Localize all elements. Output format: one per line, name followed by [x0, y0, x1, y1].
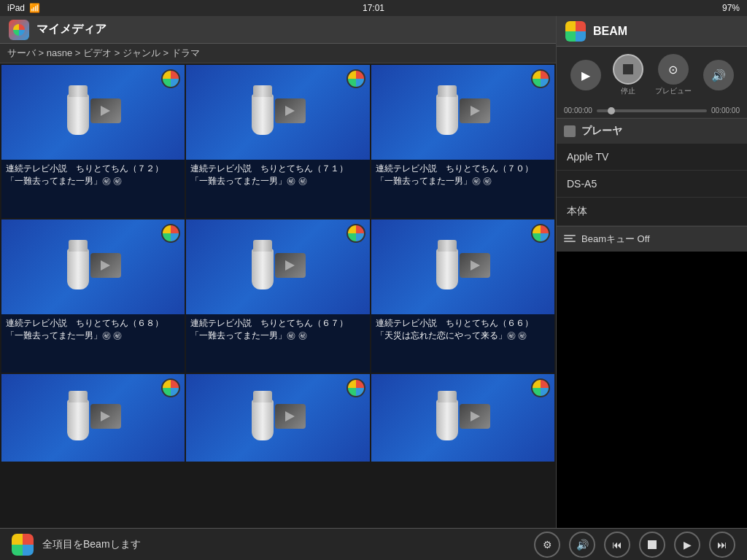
thumbnail-1: [1, 65, 185, 160]
volume-icon: 🔊: [711, 69, 726, 82]
search-icon: ⊙: [668, 63, 678, 77]
beam-badge-3: [531, 69, 550, 88]
play-icon: ▶: [581, 69, 590, 82]
stop-icon: [623, 64, 633, 74]
beam-logo: [565, 21, 586, 42]
thumbnail-3: [371, 65, 554, 160]
beam-queue-label: Beamキュー Off: [581, 233, 650, 246]
usb-drive-icon-8: [249, 392, 307, 443]
grid-area: 連続テレビ小説 ちりとてちん（７２）「一難去ってまた一男」㊙ ㊙: [0, 63, 556, 528]
toolbar-volume-button[interactable]: 🔊: [569, 532, 595, 558]
progress-thumb: [608, 107, 615, 114]
player-section-title: プレーヤ: [581, 125, 622, 138]
grid-item-8[interactable]: [186, 374, 369, 462]
wifi-icon: 📶: [29, 3, 40, 13]
toolbar-play-icon: ▶: [684, 539, 692, 551]
stop-button[interactable]: [613, 54, 643, 85]
usb-drive-icon-6: [433, 241, 492, 292]
volume-col: 🔊: [703, 60, 734, 90]
thumbnail-8: [186, 374, 369, 462]
apple-tv-label: Apple TV: [567, 151, 608, 163]
thumbnail-6: [371, 219, 554, 314]
beam-badge-8: [347, 378, 365, 397]
previous-button[interactable]: ⏮: [604, 532, 630, 558]
player-option-apple-tv[interactable]: Apple TV: [557, 144, 747, 171]
stop-col: 停止: [613, 54, 643, 96]
app-title: マイメディア: [36, 22, 107, 37]
thumbnail-4: [1, 219, 185, 314]
next-icon: ⏭: [717, 539, 727, 551]
beam-badge-2: [347, 69, 365, 88]
status-time: 17:01: [363, 3, 384, 13]
grid-item-3[interactable]: 連続テレビ小説 ちりとてちん（７０）「一難去ってまた一男」㊙ ㊙: [371, 65, 554, 218]
caption-4: 連続テレビ小説 ちりとてちん（６８）「一難去ってまた一男」㊙ ㊙: [1, 314, 185, 373]
time-end: 00:00:00: [711, 106, 740, 114]
caption-6: 連続テレビ小説 ちりとてちん（６６）「天災は忘れた恋にやって来る」㊙ ㊙: [371, 314, 554, 373]
player-section-header: プレーヤ: [557, 118, 747, 144]
caption-1: 連続テレビ小説 ちりとてちん（７２）「一難去ってまた一男」㊙ ㊙: [1, 160, 185, 218]
grid-item-9[interactable]: [371, 374, 554, 462]
time-start: 00:00:00: [564, 106, 592, 114]
search-col: ⊙ プレビュー: [655, 54, 692, 96]
beam-header: BEAM: [557, 16, 747, 47]
caption-3: 連続テレビ小説 ちりとてちん（７０）「一難去ってまた一男」㊙ ㊙: [371, 160, 554, 218]
toolbar-logo: [12, 534, 34, 556]
usb-drive-icon-2: [249, 87, 307, 138]
app-header: マイメディア: [0, 16, 556, 44]
right-panel: BEAM ▶ 停止 ⊙ プレビュー: [556, 16, 747, 528]
progress-track[interactable]: [597, 109, 707, 112]
thumbnail-7: [1, 374, 185, 462]
usb-drive-icon-7: [64, 392, 123, 443]
device-label: iPad: [7, 3, 25, 13]
stop-label: 停止: [621, 86, 635, 96]
media-grid: 連続テレビ小説 ちりとてちん（７２）「一難去ってまた一男」㊙ ㊙: [0, 63, 556, 463]
next-button[interactable]: ⏭: [709, 532, 735, 558]
beam-badge-1: [161, 69, 180, 88]
beam-badge-7: [161, 378, 180, 397]
hontai-label: 本体: [567, 205, 587, 217]
grid-item-5[interactable]: 連続テレビ小説 ちりとてちん（６７）「一難去ってまた一男」㊙ ㊙: [186, 219, 369, 373]
progress-bar-area: 00:00:00 00:00:00: [557, 104, 747, 118]
settings-button[interactable]: ⚙: [534, 532, 560, 558]
play-button[interactable]: ▶: [570, 60, 601, 90]
status-right: 97%: [722, 3, 740, 13]
thumbnail-9: [371, 374, 554, 462]
beam-badge-6: [531, 224, 550, 243]
grid-item-6[interactable]: 連続テレビ小説 ちりとてちん（６６）「天災は忘れた恋にやって来る」㊙ ㊙: [371, 219, 554, 373]
grid-item-2[interactable]: 連続テレビ小説 ちりとてちん（７１）「一難去ってまた一男」㊙ ㊙: [186, 65, 369, 218]
search-button[interactable]: ⊙: [658, 54, 689, 85]
status-left: iPad 📶: [7, 3, 40, 13]
controls-row: ▶ 停止 ⊙ プレビュー 🔊: [557, 47, 747, 104]
queue-icon: [564, 235, 576, 244]
toolbar-volume-icon: 🔊: [576, 539, 589, 551]
thumbnail-2: [186, 65, 369, 160]
grid-item-4[interactable]: 連続テレビ小説 ちりとてちん（６８）「一難去ってまた一男」㊙ ㊙: [1, 219, 185, 373]
thumbnail-5: [186, 219, 369, 314]
play-col: ▶: [570, 60, 601, 90]
volume-button[interactable]: 🔊: [703, 60, 734, 90]
usb-drive-icon-3: [433, 87, 492, 138]
player-icon: [564, 125, 576, 137]
status-bar: iPad 📶 17:01 97%: [0, 0, 747, 16]
toolbar-stop-button[interactable]: [639, 532, 665, 558]
gear-icon: ⚙: [543, 539, 552, 551]
beam-badge-5: [347, 224, 365, 243]
beam-badge-9: [531, 378, 550, 397]
player-option-hontai[interactable]: 本体: [557, 198, 747, 226]
ds-a5-label: DS-A5: [567, 178, 597, 190]
player-option-ds-a5[interactable]: DS-A5: [557, 171, 747, 198]
grid-item-7[interactable]: [1, 374, 185, 462]
usb-drive-icon-1: [64, 87, 123, 138]
caption-5: 連続テレビ小説 ちりとてちん（６７）「一難去ってまた一男」㊙ ㊙: [186, 314, 369, 373]
breadcrumb-text: サーバ > nasne > ビデオ > ジャンル > ドラマ: [7, 47, 200, 60]
app-logo: [9, 20, 29, 40]
black-filler: [557, 252, 747, 528]
toolbar-play-button[interactable]: ▶: [674, 532, 700, 558]
bottom-toolbar: 全項目をBeamします ⚙ 🔊 ⏮ ▶ ⏭: [0, 528, 747, 560]
breadcrumb: サーバ > nasne > ビデオ > ジャンル > ドラマ: [0, 44, 556, 63]
usb-drive-icon-9: [433, 392, 492, 443]
beam-queue-row[interactable]: Beamキュー Off: [557, 226, 747, 252]
battery-label: 97%: [722, 3, 740, 13]
grid-item-1[interactable]: 連続テレビ小説 ちりとてちん（７２）「一難去ってまた一男」㊙ ㊙: [1, 65, 185, 218]
caption-2: 連続テレビ小説 ちりとてちん（７１）「一難去ってまた一男」㊙ ㊙: [186, 160, 369, 218]
